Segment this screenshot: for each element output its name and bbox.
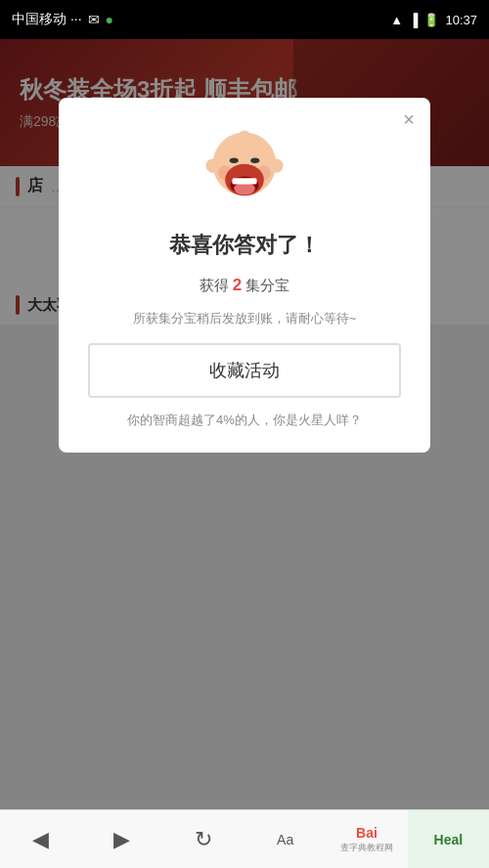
font-button[interactable]: Aa xyxy=(244,810,326,868)
forward-button[interactable]: ▶ xyxy=(81,810,162,868)
status-right: ▲ ▐ 🔋 10:37 xyxy=(390,13,477,27)
face-illustration xyxy=(200,127,289,215)
wechat-icon: ● xyxy=(106,12,113,27)
baidu-button[interactable]: Bai 查字典教程网 xyxy=(326,810,407,868)
modal-note: 所获集分宝稍后发放到账，请耐心等待~ xyxy=(133,310,357,327)
svg-rect-9 xyxy=(232,178,256,184)
svg-point-1 xyxy=(238,131,251,145)
status-left: 中国移动 ··· ✉ ● xyxy=(12,11,113,28)
svg-point-10 xyxy=(205,158,219,172)
status-bar: 中国移动 ··· ✉ ● ▲ ▐ 🔋 10:37 xyxy=(0,0,489,39)
modal-title: 恭喜你答对了！ xyxy=(169,231,320,260)
refresh-button[interactable]: ↻ xyxy=(163,810,244,868)
svg-point-11 xyxy=(269,158,283,172)
modal-subtitle: 获得 2 集分宝 xyxy=(200,272,290,298)
battery-icon: 🔋 xyxy=(423,13,439,27)
modal-bottom-text: 你的智商超越了4%的人，你是火星人咩？ xyxy=(127,412,362,429)
signal-icon: ▐ xyxy=(409,13,418,27)
heal-button[interactable]: Heal xyxy=(408,810,489,868)
modal-sub-pre: 获得 xyxy=(200,277,229,293)
bottom-nav: ◀ ▶ ↻ Aa Bai 查字典教程网 Heal xyxy=(0,809,489,868)
baidu-icon: Bai xyxy=(356,825,378,841)
modal-sub-post: 集分宝 xyxy=(245,277,289,293)
baidu-sub-label: 查字典教程网 xyxy=(340,842,393,854)
modal-close-button[interactable]: × xyxy=(403,109,415,129)
svg-point-4 xyxy=(230,158,239,163)
time-label: 10:37 xyxy=(445,13,477,27)
message-icon: ✉ xyxy=(88,12,100,27)
modal-dialog: × xyxy=(59,98,430,453)
modal-highlight-num: 2 xyxy=(233,276,242,294)
wifi-icon: ▲ xyxy=(390,13,403,27)
carrier-label: 中国移动 ··· xyxy=(12,11,82,28)
back-button[interactable]: ◀ xyxy=(0,810,81,868)
modal-backdrop: × xyxy=(0,39,489,868)
svg-point-8 xyxy=(234,183,255,195)
background-page: 秋冬装全场3折起 顺丰包邮 满298减50 满598减100 店 … 该任务已完… xyxy=(0,39,489,868)
svg-point-5 xyxy=(250,158,259,163)
modal-collect-button[interactable]: 收藏活动 xyxy=(88,343,401,398)
